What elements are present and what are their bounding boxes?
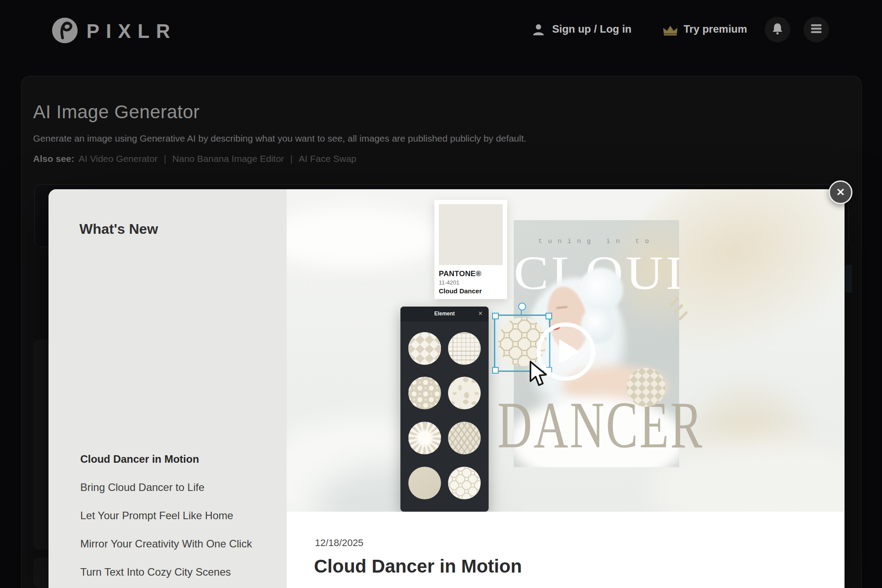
whats-new-content: PANTONE® 11-4201 Cloud Dancer tuning in …: [287, 189, 845, 588]
pattern-swatch-mandala[interactable]: [408, 422, 441, 454]
earmuff-shape: [579, 268, 623, 312]
whats-new-title: What's New: [79, 221, 158, 237]
dancer-headline-text: DANCER: [497, 387, 704, 463]
play-icon: [559, 339, 579, 364]
whatsnew-item-let-your-prompt-feel-like-home[interactable]: Let Your Prompt Feel Like Home: [80, 509, 233, 522]
pattern-swatch-argyle[interactable]: [408, 332, 441, 365]
close-icon: ✕: [836, 186, 845, 198]
whatsnew-item-bring-cloud-dancer-to-life[interactable]: Bring Cloud Dancer to Life: [80, 481, 204, 494]
element-panel-title: Element: [400, 311, 489, 317]
pantone-card: PANTONE® 11-4201 Cloud Dancer: [434, 200, 507, 299]
post-title: Cloud Dancer in Motion: [314, 556, 522, 577]
pantone-color-name: Cloud Dancer: [439, 287, 482, 295]
selection-handle[interactable]: [492, 313, 499, 319]
whatsnew-item-mirror-your-creativity[interactable]: Mirror Your Creativity With One Click: [80, 538, 252, 550]
selection-handle[interactable]: [546, 313, 552, 319]
cloud-shape: [287, 207, 445, 269]
post-date: 12/18/2025: [315, 537, 363, 549]
pattern-swatch-grid[interactable]: [448, 332, 481, 365]
pixlr-app: PIXLR Sign up / Log in Try premium AI Im…: [0, 0, 882, 588]
pattern-swatch-chevron[interactable]: [448, 422, 481, 454]
pattern-swatch-quatrefoil[interactable]: [448, 467, 481, 499]
pattern-circle-decor: [627, 368, 665, 407]
poster-kicker-text: tuning in to: [514, 238, 679, 245]
pattern-swatch-solid[interactable]: [408, 467, 441, 499]
whatsnew-item-turn-text-into-cozy-city-scenes[interactable]: Turn Text Into Cozy City Scenes: [80, 566, 231, 578]
selection-handle[interactable]: [492, 367, 499, 374]
modal-close-button[interactable]: ✕: [829, 180, 852, 204]
pantone-swatch: [439, 204, 503, 265]
whatsnew-item-cloud-dancer-in-motion[interactable]: Cloud Dancer in Motion: [80, 453, 199, 465]
pantone-brand-label: PANTONE®: [439, 270, 481, 278]
pantone-code-label: 11-4201: [439, 279, 460, 286]
pattern-swatch-terrazzo[interactable]: [448, 377, 481, 409]
post-info-strip: 12/18/2025 Cloud Dancer in Motion: [287, 512, 845, 588]
rotate-handle[interactable]: [518, 303, 526, 311]
feature-video-thumbnail[interactable]: PANTONE® 11-4201 Cloud Dancer tuning in …: [287, 189, 845, 512]
whats-new-sidebar: What's New Cloud Dancer in Motion Bring …: [49, 189, 287, 588]
mouse-cursor-icon: [528, 360, 549, 390]
pattern-swatch-diamond-dots[interactable]: [408, 377, 441, 409]
whats-new-modal: What's New Cloud Dancer in Motion Bring …: [49, 189, 845, 588]
element-panel: Element ✕: [400, 307, 489, 512]
element-panel-close-icon[interactable]: ✕: [478, 310, 483, 317]
element-panel-header[interactable]: Element ✕: [400, 307, 489, 322]
